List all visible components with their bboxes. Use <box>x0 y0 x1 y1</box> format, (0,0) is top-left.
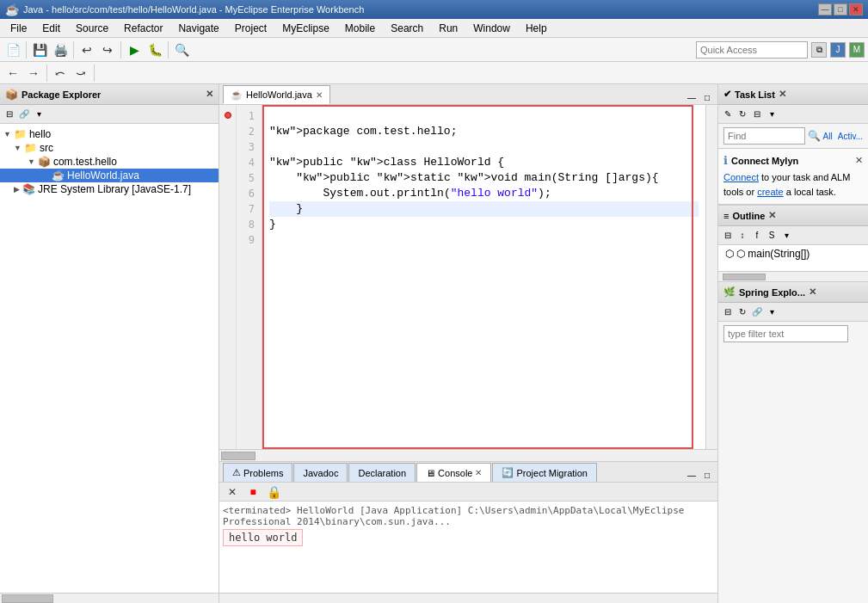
outline-close-icon[interactable]: ✕ <box>768 210 776 221</box>
console-clear-button[interactable]: ✕ <box>223 483 242 501</box>
task-menu-button[interactable]: ▾ <box>765 108 779 121</box>
javadoc-label: Javadoc <box>303 468 338 478</box>
tree-label-0: hello <box>29 128 51 140</box>
package-explorer-toolbar: ⊟ 🔗 ▾ <box>0 105 219 124</box>
save-button[interactable]: 💾 <box>30 40 49 59</box>
task-active-label[interactable]: Activ... <box>838 132 863 141</box>
editor-max-button[interactable]: □ <box>700 90 714 104</box>
app-icon: ☕ <box>5 3 19 16</box>
link-with-editor-button[interactable]: 🔗 <box>17 108 31 121</box>
console-tab-close[interactable]: ✕ <box>475 468 482 477</box>
menu-run[interactable]: Run <box>432 21 465 36</box>
menu-search[interactable]: Search <box>384 21 430 36</box>
tab-close-icon[interactable]: ✕ <box>316 90 323 100</box>
spring-filter-input[interactable] <box>723 325 848 342</box>
tab-console[interactable]: 🖥 Console ✕ <box>416 463 491 482</box>
outline-item-label: ⬡ main(String[]) <box>736 248 810 260</box>
task-list-panel: ✔ Task List ✕ ✎ ↻ ⊟ ▾ 🔍 All Activ... ℹ C… <box>718 84 868 206</box>
bottom-max-button[interactable]: □ <box>700 468 714 482</box>
connect-link[interactable]: Connect <box>723 172 759 182</box>
menu-source[interactable]: Source <box>69 21 115 36</box>
menu-refactor[interactable]: Refactor <box>117 21 169 36</box>
task-find-area: 🔍 All Activ... <box>718 124 868 149</box>
package-explorer-close-icon[interactable]: ✕ <box>206 89 213 100</box>
editor-horizontal-scrollbar[interactable] <box>219 449 717 461</box>
tree-item-2[interactable]: ▼📦com.test.hello <box>0 155 219 169</box>
tab-declaration[interactable]: Declaration <box>348 463 416 482</box>
myeclipse-perspective-button[interactable]: M <box>849 42 865 58</box>
menu-mobile[interactable]: Mobile <box>338 21 382 36</box>
h-scroll-thumb[interactable] <box>221 452 255 460</box>
collapse-all-button[interactable]: ⊟ <box>3 108 16 121</box>
maximize-window-button[interactable]: □ <box>834 3 847 15</box>
tree-item-0[interactable]: ▼📁hello <box>0 127 219 141</box>
next-edit-button[interactable]: ⤻ <box>71 64 90 83</box>
editor-vertical-scrollbar[interactable] <box>705 105 717 449</box>
search-button[interactable]: 🔍 <box>172 40 191 59</box>
code-line-5: "kw">public "kw">static "kw">void main(S… <box>269 170 699 186</box>
redo-button[interactable]: ↪ <box>98 40 117 59</box>
minimize-window-button[interactable]: — <box>818 3 832 15</box>
tab-javadoc[interactable]: Javadoc <box>293 463 348 482</box>
mylyn-close-icon[interactable]: ✕ <box>855 155 863 166</box>
tree-item-4[interactable]: ▶📚JRE System Library [JavaSE-1.7] <box>0 182 219 196</box>
undo-button[interactable]: ↩ <box>77 40 96 59</box>
code-editor[interactable]: "kw">package com.test.hello; "kw">public… <box>262 105 705 449</box>
task-find-input[interactable] <box>723 127 805 145</box>
menu-window[interactable]: Window <box>466 21 517 36</box>
quick-access-input[interactable] <box>696 41 808 58</box>
menu-myeclipse[interactable]: MyEclipse <box>275 21 336 36</box>
console-stop-button[interactable]: ■ <box>243 483 262 501</box>
spring-close-icon[interactable]: ✕ <box>809 286 816 298</box>
task-filter-button[interactable]: ⊟ <box>750 108 764 121</box>
debug-button[interactable]: 🐛 <box>145 40 164 59</box>
create-link[interactable]: create <box>757 187 784 197</box>
spring-sync-button[interactable]: ↻ <box>736 305 749 319</box>
spring-collapse-button[interactable]: ⊟ <box>721 305 735 319</box>
outline-collapse-button[interactable]: ⊟ <box>721 229 735 243</box>
outline-main-item[interactable]: ⬡ ⬡ main(String[]) <box>722 247 865 261</box>
tab-project-migration[interactable]: 🔄 Project Migration <box>492 463 597 482</box>
package-explorer-icon: 📦 <box>5 89 18 101</box>
prev-edit-button[interactable]: ⤺ <box>51 64 70 83</box>
code-line-3 <box>269 139 699 155</box>
bottom-horizontal-scrollbar[interactable] <box>219 593 717 603</box>
tab-problems[interactable]: ⚠ Problems <box>223 463 292 482</box>
outline-hide-static-button[interactable]: S <box>765 229 779 243</box>
tree-item-3[interactable]: ☕HelloWorld.java <box>0 169 219 182</box>
helloworld-tab[interactable]: ☕ HelloWorld.java ✕ <box>223 85 330 104</box>
bottom-min-button[interactable]: — <box>685 468 699 482</box>
tree-icon-4: 📚 <box>22 183 35 195</box>
java-perspective-button[interactable]: J <box>830 42 846 58</box>
forward-button[interactable]: → <box>24 64 43 83</box>
outline-menu-button[interactable]: ▾ <box>779 229 793 243</box>
outline-sort-button[interactable]: ↕ <box>736 229 749 243</box>
view-menu-button[interactable]: ▾ <box>32 108 46 121</box>
menu-file[interactable]: File <box>3 21 34 36</box>
code-line-7: } <box>269 201 699 217</box>
new-task-button[interactable]: ✎ <box>721 108 735 121</box>
horizontal-scrollbar[interactable] <box>0 593 219 603</box>
outline-scroll-thumb[interactable] <box>723 274 766 280</box>
back-button[interactable]: ← <box>3 64 22 83</box>
scrollbar-thumb[interactable] <box>2 594 53 603</box>
editor-min-button[interactable]: — <box>685 90 699 104</box>
perspective-button[interactable]: ⧉ <box>811 42 827 58</box>
spring-link-button[interactable]: 🔗 <box>750 305 764 319</box>
task-sync-button[interactable]: ↻ <box>736 108 749 121</box>
tree-item-1[interactable]: ▼📁src <box>0 141 219 155</box>
run-button[interactable]: ▶ <box>125 40 144 59</box>
spring-menu-button[interactable]: ▾ <box>765 305 779 319</box>
console-scroll-lock-button[interactable]: 🔒 <box>264 483 283 501</box>
menu-navigate[interactable]: Navigate <box>171 21 225 36</box>
close-window-button[interactable]: ✕ <box>849 3 863 15</box>
task-list-close-icon[interactable]: ✕ <box>779 89 786 100</box>
outline-hide-fields-button[interactable]: f <box>750 229 764 243</box>
outline-scrollbar[interactable] <box>718 271 868 281</box>
new-button[interactable]: 📄 <box>3 40 22 59</box>
menu-help[interactable]: Help <box>519 21 554 36</box>
menu-project[interactable]: Project <box>228 21 274 36</box>
print-button[interactable]: 🖨️ <box>51 40 70 59</box>
menu-edit[interactable]: Edit <box>35 21 67 36</box>
task-all-label[interactable]: All <box>823 132 833 141</box>
